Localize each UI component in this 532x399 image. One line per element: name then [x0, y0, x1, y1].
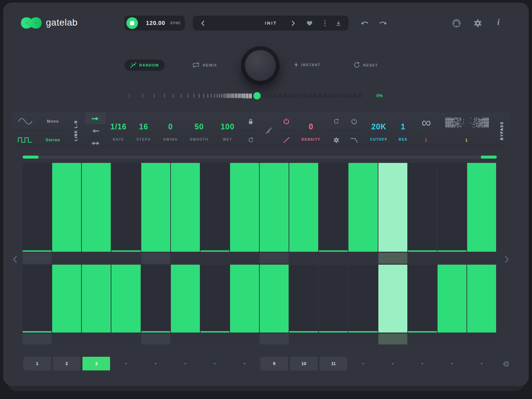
- wet-value[interactable]: 100: [214, 122, 241, 131]
- top-row-step-2[interactable]: [52, 163, 81, 252]
- beat-marker-6[interactable]: [171, 253, 200, 264]
- beat-marker-6[interactable]: [171, 333, 200, 344]
- swing-value[interactable]: 0: [157, 122, 185, 131]
- beat-marker-7[interactable]: [200, 333, 229, 344]
- infinity-cell[interactable]: ∞ 1: [412, 112, 440, 149]
- scroll-left-button[interactable]: [11, 255, 19, 264]
- pattern-slot-3[interactable]: 3: [82, 357, 110, 370]
- stereo-option[interactable]: Stereo: [40, 131, 66, 149]
- cutoff-value[interactable]: 20K: [363, 122, 395, 131]
- amount-slider-handle[interactable]: [253, 92, 261, 99]
- top-row-step-8[interactable]: [230, 163, 259, 252]
- preset-next-button[interactable]: [289, 16, 297, 31]
- beat-marker-4[interactable]: [111, 253, 140, 264]
- save-preset-button[interactable]: [334, 16, 343, 31]
- beat-marker-8[interactable]: [230, 253, 259, 264]
- top-row-step-13[interactable]: [378, 163, 407, 252]
- top-row-step-1[interactable]: [23, 163, 52, 252]
- pattern-slot-10[interactable]: 10: [290, 357, 318, 370]
- beat-marker-12[interactable]: [348, 333, 377, 344]
- beat-marker-16[interactable]: [467, 333, 496, 344]
- mono-option[interactable]: Mono: [40, 112, 66, 131]
- info-button[interactable]: i: [495, 18, 502, 28]
- bottom-row-step-14[interactable]: [408, 265, 437, 332]
- beat-marker-5[interactable]: [141, 253, 170, 264]
- pattern-slot-13[interactable]: +: [379, 357, 407, 370]
- rate-cell[interactable]: 1/16 RATE: [106, 112, 131, 149]
- remix-button[interactable]: REMIX: [192, 62, 217, 68]
- redo-button[interactable]: [378, 19, 387, 27]
- top-row-step-7[interactable]: [200, 163, 229, 252]
- top-row-step-3[interactable]: [82, 163, 111, 252]
- generator-knob[interactable]: [241, 46, 280, 85]
- sequencer-range-handle-right[interactable]: [481, 156, 497, 159]
- filter-random-button[interactable]: [328, 112, 345, 131]
- density-cell[interactable]: 0 DENSITY: [295, 112, 327, 149]
- clear-pattern-button[interactable]: [499, 360, 510, 368]
- bottom-row-step-2[interactable]: [52, 265, 81, 332]
- bottom-row-step-3[interactable]: [82, 265, 111, 332]
- beat-marker-5[interactable]: [141, 333, 170, 344]
- top-row-step-5[interactable]: [141, 163, 170, 252]
- preset-menu-button[interactable]: [321, 16, 329, 31]
- top-row-step-16[interactable]: [467, 163, 496, 252]
- beat-marker-1[interactable]: [23, 333, 52, 344]
- pattern-slot-16[interactable]: +: [468, 357, 495, 370]
- sequencer-scroll-track[interactable]: [23, 156, 497, 159]
- beat-marker-14[interactable]: [408, 253, 437, 264]
- top-row-step-15[interactable]: [438, 163, 466, 252]
- beat-marker-15[interactable]: [438, 253, 466, 264]
- bottom-row-step-4[interactable]: [111, 265, 140, 332]
- bottom-row-step-5[interactable]: [141, 265, 170, 332]
- bpm-display[interactable]: 120.00: [142, 20, 169, 27]
- swing-cell[interactable]: 0 SWING: [157, 112, 185, 149]
- steps-cell[interactable]: 16 STEPS: [131, 112, 156, 149]
- bottom-row-step-10[interactable]: [289, 265, 318, 332]
- preset-name[interactable]: INIT: [229, 21, 313, 26]
- direction-backward-option[interactable]: [85, 125, 106, 137]
- top-row-step-4[interactable]: [111, 163, 140, 252]
- noise-value[interactable]: 1: [441, 138, 492, 143]
- beat-marker-10[interactable]: [289, 333, 318, 344]
- noise-cell[interactable]: 1: [441, 112, 492, 149]
- beat-marker-4[interactable]: [111, 333, 140, 344]
- pattern-slot-5[interactable]: +: [142, 357, 170, 370]
- pattern-slot-11[interactable]: 11: [320, 357, 347, 370]
- stop-button[interactable]: [126, 17, 138, 29]
- beat-marker-12[interactable]: [348, 253, 377, 264]
- beat-marker-2[interactable]: [52, 333, 81, 344]
- bypass-button[interactable]: BYPASS: [493, 112, 510, 149]
- top-row-step-9[interactable]: [260, 163, 289, 252]
- bottom-row-step-16[interactable]: [467, 265, 496, 332]
- pattern-slot-1[interactable]: 1: [23, 357, 51, 370]
- beat-marker-13[interactable]: [378, 333, 407, 344]
- smooth-cell[interactable]: 50 SMOOTH: [185, 112, 213, 149]
- direction-forward-option[interactable]: [85, 112, 106, 125]
- preset-prev-button[interactable]: [199, 16, 207, 31]
- bottom-row-step-6[interactable]: [171, 265, 200, 332]
- res-value[interactable]: 1: [395, 122, 412, 131]
- waveform-sine-option[interactable]: [12, 112, 39, 131]
- pattern-slot-2[interactable]: 2: [53, 357, 80, 370]
- pattern-slot-9[interactable]: 9: [260, 357, 288, 370]
- midi-settings-button[interactable]: [452, 18, 462, 28]
- pattern-slot-12[interactable]: +: [349, 357, 377, 370]
- pattern-slot-15[interactable]: +: [438, 357, 466, 370]
- beat-marker-1[interactable]: [23, 253, 52, 264]
- top-row-step-11[interactable]: [319, 163, 348, 252]
- steps-value[interactable]: 16: [131, 122, 156, 131]
- settings-button[interactable]: [473, 19, 482, 28]
- direction-pingpong-option[interactable]: [85, 137, 106, 149]
- beat-marker-2[interactable]: [52, 253, 81, 264]
- pattern-slot-14[interactable]: +: [409, 357, 436, 370]
- wet-cell[interactable]: 100 WET: [214, 112, 241, 149]
- beat-marker-8[interactable]: [230, 333, 259, 344]
- top-row-step-12[interactable]: [348, 163, 377, 252]
- beat-marker-11[interactable]: [319, 253, 348, 264]
- top-row-step-10[interactable]: [289, 163, 318, 252]
- link-lr-cell[interactable]: LINK L-R: [67, 112, 84, 149]
- beat-marker-3[interactable]: [82, 253, 111, 264]
- bottom-row-step-15[interactable]: [438, 265, 466, 332]
- reset-button[interactable]: RESET: [353, 62, 378, 68]
- smooth-value[interactable]: 50: [185, 122, 213, 131]
